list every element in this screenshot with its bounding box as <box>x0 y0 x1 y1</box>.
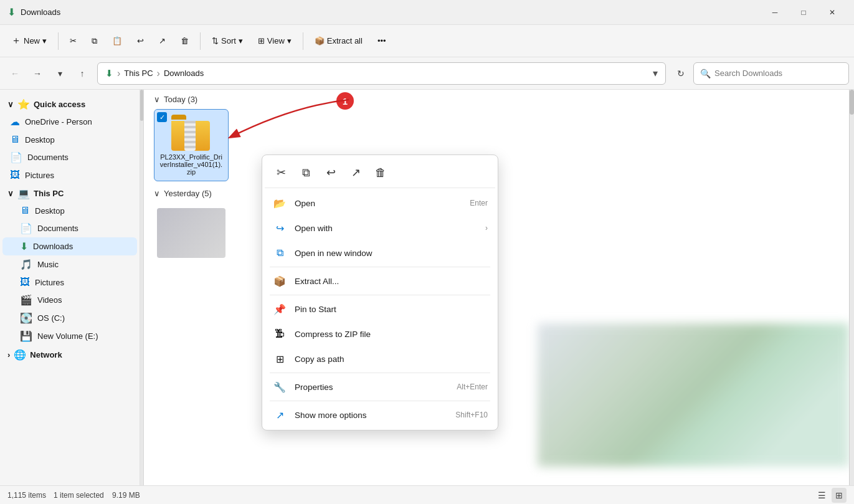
view-button[interactable]: ⊞ View ▾ <box>252 32 298 49</box>
close-button[interactable]: ✕ <box>818 0 847 25</box>
refresh-button[interactable]: ↻ <box>671 64 691 83</box>
pc-desktop-label: Desktop <box>35 206 65 216</box>
sidebar-item-pc-documents[interactable]: 📄 Documents <box>2 219 137 237</box>
ctx-copy-button[interactable]: ⧉ <box>295 161 317 184</box>
more-button[interactable]: ••• <box>371 32 392 49</box>
sidebar-item-pc-music[interactable]: 🎵 Music <box>2 255 137 273</box>
ctx-delete-button[interactable]: 🗑 <box>369 161 392 184</box>
ctx-item-properties[interactable]: 🔧 Properties Alt+Enter <box>265 374 495 399</box>
sidebar-this-pc[interactable]: ∨ 💻 This PC <box>0 184 140 202</box>
sidebar-item-documents[interactable]: 📄 Documents <box>2 148 137 166</box>
sidebar-quick-access[interactable]: ∨ ⭐ Quick access <box>0 95 140 113</box>
ctx-item-pin-start[interactable]: 📌 Pin to Start <box>265 297 495 321</box>
documents-icon: 📄 <box>10 151 22 163</box>
sort-button[interactable]: ⇅ Sort ▾ <box>206 32 249 49</box>
extract-all-button[interactable]: 📦 Extract all <box>308 32 369 49</box>
title-bar: ⬇ Downloads ─ □ ✕ <box>0 0 854 25</box>
file-thumbnail-1 <box>157 208 225 258</box>
status-bar: 1,115 items 1 item selected 9.19 MB ☰ ⊞ <box>0 485 854 504</box>
sidebar-network[interactable]: › 🌐 Network <box>0 345 140 363</box>
address-dropdown-icon[interactable]: ▾ <box>653 67 658 79</box>
pictures-label: Pictures <box>25 171 54 180</box>
maximize-button[interactable]: □ <box>789 0 818 25</box>
ctx-cut-button[interactable]: ✂ <box>270 161 292 184</box>
main-scrollbar-thumb <box>850 90 854 115</box>
today-chevron: ∨ <box>154 95 160 104</box>
ctx-item-open-with[interactable]: ↪ Open with › <box>265 216 495 240</box>
sidebar-item-pc-videos[interactable]: 🎬 Videos <box>2 291 137 309</box>
ctx-separator-1 <box>270 267 490 267</box>
list-view-button[interactable]: ☰ <box>814 488 829 503</box>
pc-newe-label: New Volume (E:) <box>37 331 98 341</box>
today-label: Today (3) <box>164 95 197 104</box>
search-box[interactable]: 🔍 <box>693 62 849 85</box>
ctx-item-show-more[interactable]: ↗ Show more options Shift+F10 <box>265 402 495 427</box>
context-menu-toolbar: ✂ ⧉ ↩ ↗ 🗑 <box>265 158 495 188</box>
pc-videos-label: Videos <box>37 295 62 305</box>
ctx-item-open[interactable]: 📂 Open Enter <box>265 191 495 216</box>
ctx-share-button[interactable]: ↗ <box>344 161 367 184</box>
ctx-rename-button[interactable]: ↩ <box>320 161 342 184</box>
address-bar[interactable]: ⬇ › This PC › Downloads ▾ <box>97 62 666 85</box>
address-downloads: Downloads <box>164 69 204 78</box>
grid-view-button[interactable]: ⊞ <box>832 488 847 503</box>
forward-button[interactable]: → <box>27 64 47 83</box>
new-button[interactable]: ＋ New ▾ <box>5 31 53 51</box>
pictures-icon: 🖼 <box>10 169 20 181</box>
cut-button[interactable]: ✂ <box>64 32 83 49</box>
ctx-separator-2 <box>270 295 490 295</box>
search-input[interactable] <box>714 69 842 78</box>
file-item-yesterday-1[interactable] <box>154 203 229 265</box>
title-controls: ─ □ ✕ <box>761 0 847 25</box>
status-selected: 1 item selected 9.19 MB <box>54 491 140 500</box>
sidebar-item-onedrive[interactable]: ☁ OneDrive - Person <box>2 113 137 131</box>
paste-button[interactable]: 📋 <box>106 32 128 49</box>
sidebar-item-pictures[interactable]: 🖼 Pictures <box>2 166 137 184</box>
address-pc: This PC <box>124 69 153 78</box>
file-item-zip[interactable]: ✓ PL23XX_Prolific_DriverInstaller_v401(1… <box>154 109 229 181</box>
desktop-icon: 🖥 <box>10 134 20 145</box>
ctx-extract-all-label: Extract All... <box>295 277 488 286</box>
recent-button[interactable]: ▾ <box>50 64 70 83</box>
ctx-pin-start-label: Pin to Start <box>295 305 488 314</box>
search-icon: 🔍 <box>700 69 711 78</box>
rename-button[interactable]: ↩ <box>131 32 150 49</box>
downloads-icon: ⬇ <box>7 6 16 18</box>
extract-label: Extract all <box>327 36 363 45</box>
copy-button[interactable]: ⧉ <box>85 32 103 50</box>
view-dropdown-icon: ▾ <box>287 36 292 45</box>
today-section-header[interactable]: ∨ Today (3) <box>144 90 849 107</box>
sidebar-item-desktop[interactable]: 🖥 Desktop <box>2 131 137 148</box>
open-icon: 📂 <box>272 196 287 211</box>
minimize-button[interactable]: ─ <box>761 0 789 25</box>
sidebar-item-pc-downloads[interactable]: ⬇ Downloads <box>2 237 137 255</box>
open-new-window-icon: ⧉ <box>272 245 287 260</box>
pin-icon: 📌 <box>272 302 287 316</box>
view-icon: ⊞ <box>258 36 265 45</box>
ctx-item-extract-all[interactable]: 📦 Extract All... <box>265 269 495 293</box>
sidebar-item-pc-osc[interactable]: 💽 OS (C:) <box>2 309 137 327</box>
main-scrollbar[interactable] <box>849 90 854 485</box>
share-button[interactable]: ↗ <box>153 32 172 49</box>
chevron-down-icon-2: ∨ <box>7 189 14 198</box>
new-icon: ＋ <box>11 34 21 47</box>
up-button[interactable]: ↑ <box>72 64 92 83</box>
address-separator-1: › <box>117 68 120 79</box>
share-icon: ↗ <box>159 36 166 45</box>
ctx-item-open-new-window[interactable]: ⧉ Open in new window <box>265 240 495 265</box>
delete-button[interactable]: 🗑 <box>174 32 195 49</box>
address-separator-2: › <box>157 68 160 79</box>
zip-file-icon <box>171 115 211 151</box>
sidebar-item-pc-desktop[interactable]: 🖥 Desktop <box>2 202 137 219</box>
sidebar-item-pc-newe[interactable]: 💾 New Volume (E:) <box>2 327 137 345</box>
sidebar-item-pc-pictures[interactable]: 🖼 Pictures <box>2 273 137 291</box>
back-button[interactable]: ← <box>5 64 25 83</box>
desktop-label: Desktop <box>25 135 55 145</box>
pc-documents-label: Documents <box>37 224 78 233</box>
ctx-copy-path-label: Copy as path <box>295 354 488 364</box>
yesterday-chevron: ∨ <box>154 189 160 198</box>
new-label: New <box>24 36 40 45</box>
ctx-item-copy-path[interactable]: ⊞ Copy as path <box>265 346 495 371</box>
pc-downloads-icon: ⬇ <box>20 240 28 252</box>
ctx-item-compress-zip[interactable]: 🗜 Compress to ZIP file <box>265 321 495 346</box>
